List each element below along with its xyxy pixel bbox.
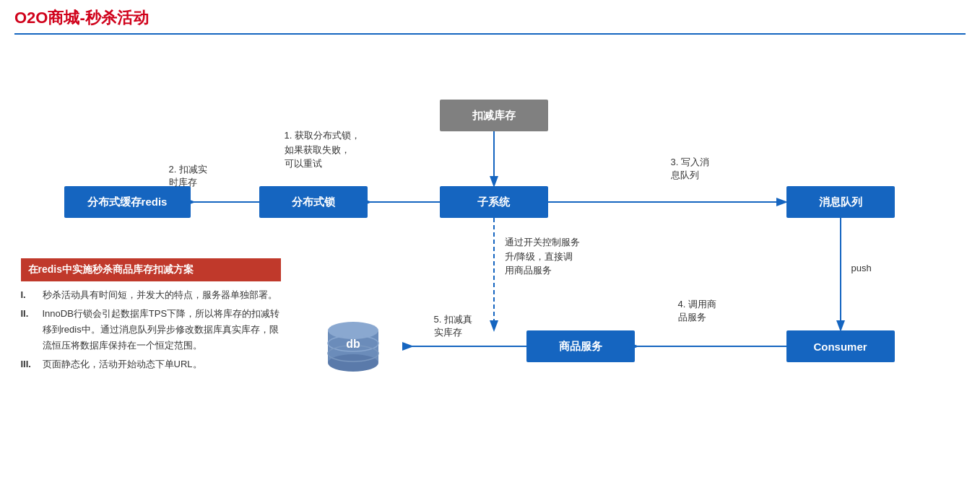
db-icon: db: [317, 316, 389, 374]
page-title: O2O商城-秒杀活动: [14, 7, 966, 29]
label-step3: 3. 写入消 息队列: [671, 156, 709, 182]
diagram-area: 扣减库存 子系统 分布式锁 分布式缓存redis 消息队列 商品服务 Consu…: [21, 49, 960, 468]
list-item: III. 页面静态化，活动开始动态下单URL。: [21, 356, 281, 372]
label-step4: 4. 调用商 品服务: [678, 298, 716, 324]
page-container: O2O商城-秒杀活动 扣减库存 子系统 分布式锁 分布式缓存redis 消息队列…: [0, 0, 980, 482]
list-item: II. InnoDB行锁会引起数据库TPS下降，所以将库存的扣减转移到redis…: [21, 306, 281, 354]
info-box-title: 在redis中实施秒杀商品库存扣减方案: [21, 258, 281, 281]
svg-point-10: [328, 354, 378, 372]
list-item: I. 秒杀活动具有时间短，并发大的特点，服务器单独部署。: [21, 287, 281, 303]
info-box: 在redis中实施秒杀商品库存扣减方案 I. 秒杀活动具有时间短，并发大的特点，…: [21, 258, 281, 375]
label-dashed: 通过开关控制服务 升/降级，直接调 用商品服务: [505, 235, 580, 278]
title-divider: [14, 33, 966, 35]
label-step1: 1. 获取分布式锁， 如果获取失败， 可以重试: [285, 128, 360, 171]
label-push: push: [851, 262, 872, 275]
info-box-list: I. 秒杀活动具有时间短，并发大的特点，服务器单独部署。 II. InnoDB行…: [21, 287, 281, 372]
svg-point-9: [328, 322, 378, 339]
label-step2: 2. 扣减实 时库存: [169, 163, 207, 189]
svg-text:db: db: [346, 338, 360, 350]
label-step5: 5. 扣减真 实库存: [434, 313, 472, 339]
